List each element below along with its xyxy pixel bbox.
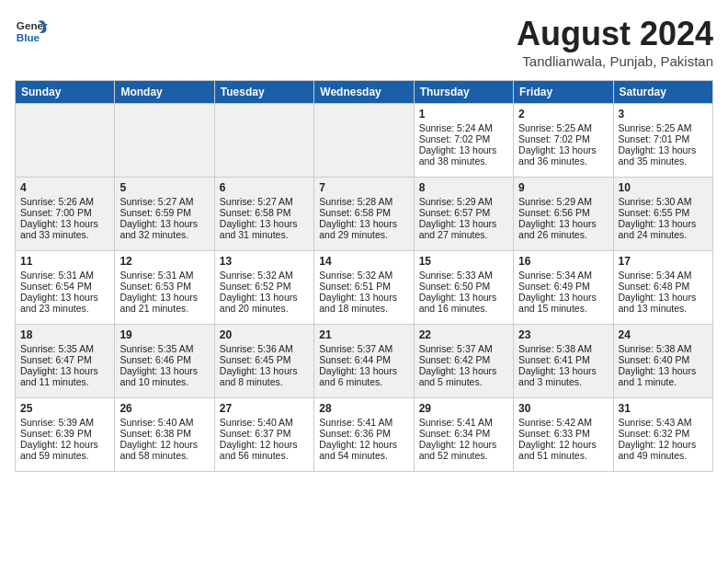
day-info: Sunrise: 5:34 AM [619, 270, 708, 281]
day-info: Sunset: 7:01 PM [619, 133, 708, 144]
day-info: Sunset: 7:00 PM [20, 207, 109, 218]
day-info: and 27 minutes. [419, 229, 508, 240]
day-info: Sunset: 6:34 PM [419, 428, 508, 439]
title-block: August 2024 Tandlianwala, Punjab, Pakist… [517, 15, 713, 69]
calendar-cell: 11Sunrise: 5:31 AMSunset: 6:54 PMDayligh… [16, 251, 115, 325]
day-info: Sunrise: 5:31 AM [20, 270, 109, 281]
day-info: Daylight: 13 hours [419, 218, 508, 229]
day-info: Daylight: 13 hours [619, 218, 708, 229]
calendar-cell [314, 104, 414, 178]
day-info: Sunset: 6:55 PM [619, 207, 708, 218]
day-info: and 35 minutes. [619, 155, 708, 167]
day-info: Daylight: 13 hours [319, 292, 408, 303]
day-info: Sunset: 6:58 PM [319, 207, 408, 218]
day-info: Sunset: 6:57 PM [419, 207, 508, 218]
day-info: and 59 minutes. [20, 450, 109, 461]
day-number: 8 [419, 181, 508, 194]
calendar-cell: 9Sunrise: 5:29 AMSunset: 6:56 PMDaylight… [514, 178, 613, 251]
calendar-cell: 16Sunrise: 5:34 AMSunset: 6:49 PMDayligh… [514, 251, 613, 325]
day-info: Sunset: 6:54 PM [20, 281, 109, 292]
day-info: Sunset: 6:41 PM [518, 354, 608, 365]
calendar-cell: 18Sunrise: 5:35 AMSunset: 6:47 PMDayligh… [16, 325, 115, 398]
logo: General Blue General Blue [15, 15, 48, 48]
day-info: and 18 minutes. [319, 303, 408, 314]
day-info: Sunrise: 5:41 AM [319, 417, 408, 428]
day-info: Daylight: 13 hours [419, 365, 508, 376]
day-number: 28 [319, 402, 408, 415]
day-info: Daylight: 13 hours [119, 365, 209, 376]
calendar-cell: 26Sunrise: 5:40 AMSunset: 6:38 PMDayligh… [115, 398, 214, 472]
day-number: 4 [20, 181, 109, 194]
day-info: Sunrise: 5:36 AM [220, 343, 309, 354]
day-number: 31 [619, 402, 708, 415]
day-number: 11 [20, 255, 109, 268]
day-info: Sunset: 6:53 PM [119, 281, 209, 292]
day-info: and 56 minutes. [220, 450, 309, 461]
calendar-cell: 31Sunrise: 5:43 AMSunset: 6:32 PMDayligh… [613, 398, 712, 472]
day-number: 5 [119, 181, 209, 194]
calendar-cell: 2Sunrise: 5:25 AMSunset: 7:02 PMDaylight… [514, 104, 613, 178]
location-subtitle: Tandlianwala, Punjab, Pakistan [517, 53, 713, 69]
calendar-cell: 13Sunrise: 5:32 AMSunset: 6:52 PMDayligh… [214, 251, 313, 325]
day-info: Sunset: 6:49 PM [518, 281, 608, 292]
day-info: Sunrise: 5:38 AM [518, 343, 608, 354]
column-header-wednesday: Wednesday [314, 81, 414, 104]
day-number: 30 [518, 402, 608, 415]
day-number: 10 [619, 181, 708, 194]
day-info: Sunset: 6:39 PM [20, 428, 109, 439]
day-info: Daylight: 12 hours [20, 439, 109, 450]
calendar-cell: 12Sunrise: 5:31 AMSunset: 6:53 PMDayligh… [115, 251, 214, 325]
day-info: Daylight: 13 hours [220, 365, 309, 376]
calendar-cell: 1Sunrise: 5:24 AMSunset: 7:02 PMDaylight… [414, 104, 513, 178]
day-info: and 23 minutes. [20, 303, 109, 314]
day-info: Daylight: 13 hours [20, 218, 109, 229]
day-number: 18 [20, 328, 109, 341]
calendar-cell: 10Sunrise: 5:30 AMSunset: 6:55 PMDayligh… [613, 178, 712, 251]
day-info: Sunrise: 5:26 AM [20, 196, 109, 207]
day-info: Daylight: 13 hours [220, 218, 309, 229]
day-info: and 11 minutes. [20, 376, 109, 387]
column-header-thursday: Thursday [414, 81, 513, 104]
day-info: Sunset: 6:33 PM [518, 428, 608, 439]
day-info: Daylight: 12 hours [619, 439, 708, 450]
day-number: 2 [518, 108, 608, 121]
day-number: 19 [119, 328, 209, 341]
day-number: 7 [319, 181, 408, 194]
day-info: Sunrise: 5:24 AM [419, 122, 508, 133]
day-info: Sunset: 6:47 PM [20, 354, 109, 365]
day-info: Daylight: 12 hours [220, 439, 309, 450]
day-info: Sunset: 6:51 PM [319, 281, 408, 292]
day-info: Sunrise: 5:40 AM [220, 417, 309, 428]
calendar-cell: 5Sunrise: 5:27 AMSunset: 6:59 PMDaylight… [115, 178, 214, 251]
calendar-cell: 14Sunrise: 5:32 AMSunset: 6:51 PMDayligh… [314, 251, 414, 325]
calendar-cell [115, 104, 214, 178]
day-info: Sunrise: 5:29 AM [419, 196, 508, 207]
day-info: Sunrise: 5:33 AM [419, 270, 508, 281]
day-info: Sunset: 6:50 PM [419, 281, 508, 292]
calendar-cell: 27Sunrise: 5:40 AMSunset: 6:37 PMDayligh… [214, 398, 313, 472]
day-info: Sunrise: 5:34 AM [518, 270, 608, 281]
calendar-cell [16, 104, 115, 178]
day-info: and 21 minutes. [119, 303, 209, 314]
day-info: Daylight: 13 hours [20, 292, 109, 303]
day-number: 24 [619, 328, 708, 341]
day-info: Daylight: 13 hours [319, 218, 408, 229]
day-info: and 52 minutes. [419, 450, 508, 461]
logo-icon: General Blue [15, 15, 48, 48]
calendar-cell: 22Sunrise: 5:37 AMSunset: 6:42 PMDayligh… [414, 325, 513, 398]
svg-text:Blue: Blue [17, 31, 40, 43]
day-info: Daylight: 12 hours [518, 439, 608, 450]
day-number: 27 [220, 402, 309, 415]
day-info: and 13 minutes. [619, 303, 708, 314]
day-info: Sunset: 6:40 PM [619, 354, 708, 365]
day-info: Sunrise: 5:43 AM [619, 417, 708, 428]
calendar-cell: 21Sunrise: 5:37 AMSunset: 6:44 PMDayligh… [314, 325, 414, 398]
day-info: Sunrise: 5:25 AM [619, 122, 708, 133]
day-info: Sunrise: 5:27 AM [220, 196, 309, 207]
day-info: and 8 minutes. [220, 376, 309, 387]
day-info: Daylight: 13 hours [619, 292, 708, 303]
calendar-cell: 25Sunrise: 5:39 AMSunset: 6:39 PMDayligh… [16, 398, 115, 472]
day-info: Sunrise: 5:42 AM [518, 417, 608, 428]
day-info: Sunset: 6:37 PM [220, 428, 309, 439]
day-info: Sunrise: 5:41 AM [419, 417, 508, 428]
